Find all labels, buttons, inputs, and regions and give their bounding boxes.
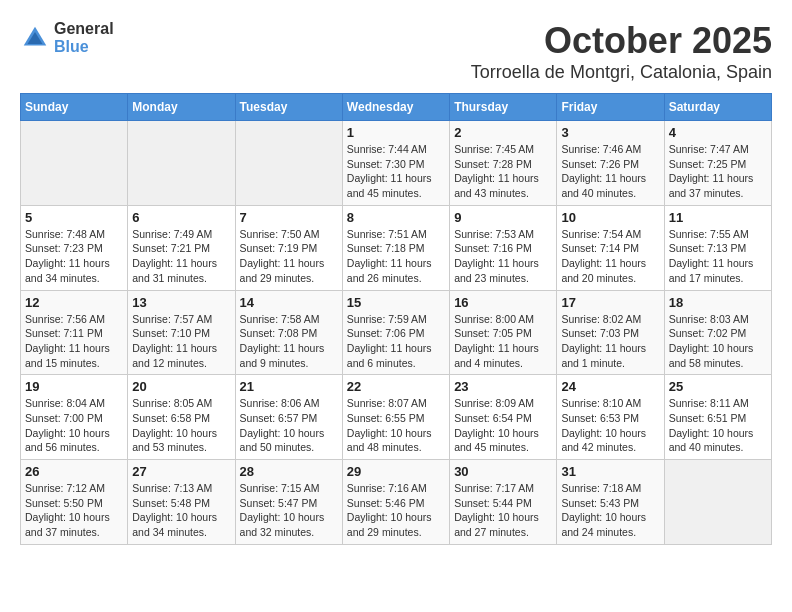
logo-blue-text: Blue bbox=[54, 38, 114, 56]
calendar-cell: 30Sunrise: 7:17 AM Sunset: 5:44 PM Dayli… bbox=[450, 460, 557, 545]
day-info: Sunrise: 7:15 AM Sunset: 5:47 PM Dayligh… bbox=[240, 481, 338, 540]
day-of-week-thursday: Thursday bbox=[450, 94, 557, 121]
day-info: Sunrise: 7:51 AM Sunset: 7:18 PM Dayligh… bbox=[347, 227, 445, 286]
day-number: 2 bbox=[454, 125, 552, 140]
day-number: 10 bbox=[561, 210, 659, 225]
calendar-cell: 19Sunrise: 8:04 AM Sunset: 7:00 PM Dayli… bbox=[21, 375, 128, 460]
calendar-cell: 16Sunrise: 8:00 AM Sunset: 7:05 PM Dayli… bbox=[450, 290, 557, 375]
logo-icon bbox=[20, 23, 50, 53]
day-number: 17 bbox=[561, 295, 659, 310]
calendar-cell: 17Sunrise: 8:02 AM Sunset: 7:03 PM Dayli… bbox=[557, 290, 664, 375]
calendar-cell: 31Sunrise: 7:18 AM Sunset: 5:43 PM Dayli… bbox=[557, 460, 664, 545]
day-info: Sunrise: 7:56 AM Sunset: 7:11 PM Dayligh… bbox=[25, 312, 123, 371]
day-number: 23 bbox=[454, 379, 552, 394]
calendar-cell: 13Sunrise: 7:57 AM Sunset: 7:10 PM Dayli… bbox=[128, 290, 235, 375]
calendar-cell bbox=[664, 460, 771, 545]
calendar-cell: 4Sunrise: 7:47 AM Sunset: 7:25 PM Daylig… bbox=[664, 121, 771, 206]
calendar-cell: 15Sunrise: 7:59 AM Sunset: 7:06 PM Dayli… bbox=[342, 290, 449, 375]
month-title: October 2025 bbox=[471, 20, 772, 62]
calendar-cell: 2Sunrise: 7:45 AM Sunset: 7:28 PM Daylig… bbox=[450, 121, 557, 206]
day-info: Sunrise: 8:09 AM Sunset: 6:54 PM Dayligh… bbox=[454, 396, 552, 455]
day-number: 5 bbox=[25, 210, 123, 225]
day-number: 18 bbox=[669, 295, 767, 310]
logo-general-text: General bbox=[54, 20, 114, 38]
day-info: Sunrise: 7:45 AM Sunset: 7:28 PM Dayligh… bbox=[454, 142, 552, 201]
calendar-week-2: 5Sunrise: 7:48 AM Sunset: 7:23 PM Daylig… bbox=[21, 205, 772, 290]
day-number: 29 bbox=[347, 464, 445, 479]
day-info: Sunrise: 8:00 AM Sunset: 7:05 PM Dayligh… bbox=[454, 312, 552, 371]
calendar-table: SundayMondayTuesdayWednesdayThursdayFrid… bbox=[20, 93, 772, 545]
day-info: Sunrise: 8:03 AM Sunset: 7:02 PM Dayligh… bbox=[669, 312, 767, 371]
calendar-cell: 5Sunrise: 7:48 AM Sunset: 7:23 PM Daylig… bbox=[21, 205, 128, 290]
location-title: Torroella de Montgri, Catalonia, Spain bbox=[471, 62, 772, 83]
calendar-cell: 26Sunrise: 7:12 AM Sunset: 5:50 PM Dayli… bbox=[21, 460, 128, 545]
calendar-week-3: 12Sunrise: 7:56 AM Sunset: 7:11 PM Dayli… bbox=[21, 290, 772, 375]
day-number: 9 bbox=[454, 210, 552, 225]
calendar-cell: 27Sunrise: 7:13 AM Sunset: 5:48 PM Dayli… bbox=[128, 460, 235, 545]
calendar-cell: 18Sunrise: 8:03 AM Sunset: 7:02 PM Dayli… bbox=[664, 290, 771, 375]
day-number: 13 bbox=[132, 295, 230, 310]
day-number: 15 bbox=[347, 295, 445, 310]
day-number: 22 bbox=[347, 379, 445, 394]
calendar-week-1: 1Sunrise: 7:44 AM Sunset: 7:30 PM Daylig… bbox=[21, 121, 772, 206]
day-of-week-wednesday: Wednesday bbox=[342, 94, 449, 121]
day-of-week-tuesday: Tuesday bbox=[235, 94, 342, 121]
day-of-week-sunday: Sunday bbox=[21, 94, 128, 121]
calendar-cell bbox=[235, 121, 342, 206]
day-number: 20 bbox=[132, 379, 230, 394]
day-number: 28 bbox=[240, 464, 338, 479]
day-info: Sunrise: 8:10 AM Sunset: 6:53 PM Dayligh… bbox=[561, 396, 659, 455]
day-info: Sunrise: 7:47 AM Sunset: 7:25 PM Dayligh… bbox=[669, 142, 767, 201]
day-number: 1 bbox=[347, 125, 445, 140]
day-of-week-monday: Monday bbox=[128, 94, 235, 121]
day-info: Sunrise: 7:57 AM Sunset: 7:10 PM Dayligh… bbox=[132, 312, 230, 371]
day-number: 24 bbox=[561, 379, 659, 394]
calendar-cell: 25Sunrise: 8:11 AM Sunset: 6:51 PM Dayli… bbox=[664, 375, 771, 460]
calendar-cell: 24Sunrise: 8:10 AM Sunset: 6:53 PM Dayli… bbox=[557, 375, 664, 460]
day-number: 25 bbox=[669, 379, 767, 394]
calendar-body: 1Sunrise: 7:44 AM Sunset: 7:30 PM Daylig… bbox=[21, 121, 772, 545]
calendar-cell: 9Sunrise: 7:53 AM Sunset: 7:16 PM Daylig… bbox=[450, 205, 557, 290]
day-number: 12 bbox=[25, 295, 123, 310]
calendar-cell: 3Sunrise: 7:46 AM Sunset: 7:26 PM Daylig… bbox=[557, 121, 664, 206]
day-info: Sunrise: 7:13 AM Sunset: 5:48 PM Dayligh… bbox=[132, 481, 230, 540]
calendar-cell: 1Sunrise: 7:44 AM Sunset: 7:30 PM Daylig… bbox=[342, 121, 449, 206]
day-of-week-saturday: Saturday bbox=[664, 94, 771, 121]
calendar-cell: 7Sunrise: 7:50 AM Sunset: 7:19 PM Daylig… bbox=[235, 205, 342, 290]
day-number: 27 bbox=[132, 464, 230, 479]
day-number: 21 bbox=[240, 379, 338, 394]
calendar-header: SundayMondayTuesdayWednesdayThursdayFrid… bbox=[21, 94, 772, 121]
day-number: 7 bbox=[240, 210, 338, 225]
day-number: 31 bbox=[561, 464, 659, 479]
day-of-week-friday: Friday bbox=[557, 94, 664, 121]
day-info: Sunrise: 7:50 AM Sunset: 7:19 PM Dayligh… bbox=[240, 227, 338, 286]
day-number: 8 bbox=[347, 210, 445, 225]
day-number: 16 bbox=[454, 295, 552, 310]
logo-text: General Blue bbox=[54, 20, 114, 55]
day-info: Sunrise: 7:46 AM Sunset: 7:26 PM Dayligh… bbox=[561, 142, 659, 201]
calendar-cell bbox=[128, 121, 235, 206]
day-info: Sunrise: 7:18 AM Sunset: 5:43 PM Dayligh… bbox=[561, 481, 659, 540]
day-info: Sunrise: 7:58 AM Sunset: 7:08 PM Dayligh… bbox=[240, 312, 338, 371]
day-number: 11 bbox=[669, 210, 767, 225]
page-header: General Blue October 2025 Torroella de M… bbox=[20, 20, 772, 83]
day-number: 30 bbox=[454, 464, 552, 479]
day-info: Sunrise: 7:54 AM Sunset: 7:14 PM Dayligh… bbox=[561, 227, 659, 286]
day-info: Sunrise: 8:04 AM Sunset: 7:00 PM Dayligh… bbox=[25, 396, 123, 455]
day-number: 3 bbox=[561, 125, 659, 140]
calendar-cell bbox=[21, 121, 128, 206]
day-info: Sunrise: 8:02 AM Sunset: 7:03 PM Dayligh… bbox=[561, 312, 659, 371]
day-number: 4 bbox=[669, 125, 767, 140]
day-info: Sunrise: 7:12 AM Sunset: 5:50 PM Dayligh… bbox=[25, 481, 123, 540]
calendar-cell: 6Sunrise: 7:49 AM Sunset: 7:21 PM Daylig… bbox=[128, 205, 235, 290]
calendar-cell: 22Sunrise: 8:07 AM Sunset: 6:55 PM Dayli… bbox=[342, 375, 449, 460]
calendar-cell: 23Sunrise: 8:09 AM Sunset: 6:54 PM Dayli… bbox=[450, 375, 557, 460]
calendar-cell: 14Sunrise: 7:58 AM Sunset: 7:08 PM Dayli… bbox=[235, 290, 342, 375]
day-info: Sunrise: 7:53 AM Sunset: 7:16 PM Dayligh… bbox=[454, 227, 552, 286]
day-info: Sunrise: 8:06 AM Sunset: 6:57 PM Dayligh… bbox=[240, 396, 338, 455]
day-number: 6 bbox=[132, 210, 230, 225]
day-number: 26 bbox=[25, 464, 123, 479]
days-of-week-row: SundayMondayTuesdayWednesdayThursdayFrid… bbox=[21, 94, 772, 121]
title-block: October 2025 Torroella de Montgri, Catal… bbox=[471, 20, 772, 83]
calendar-cell: 11Sunrise: 7:55 AM Sunset: 7:13 PM Dayli… bbox=[664, 205, 771, 290]
